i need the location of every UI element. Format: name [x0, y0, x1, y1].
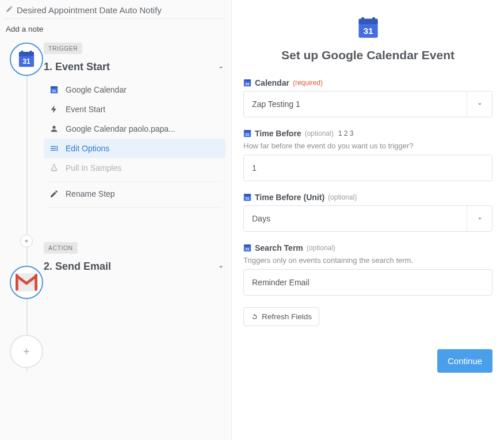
step2-node[interactable]: [10, 266, 43, 299]
time-unit-select[interactable]: Days: [243, 205, 492, 232]
field-time-before: Time Before (optional) 1 2 3 How far bef…: [243, 129, 492, 181]
add-note-link[interactable]: Add a note: [5, 19, 226, 43]
refresh-icon: [251, 313, 258, 320]
search-term-input[interactable]: [243, 269, 492, 296]
substep-choose-event[interactable]: Event Start: [44, 100, 226, 119]
user-icon: [49, 124, 59, 133]
substep-label: Pull In Samples: [66, 163, 121, 173]
extra-hint: 1 2 3: [338, 129, 354, 137]
google-calendar-icon: [243, 129, 251, 137]
refresh-fields-button[interactable]: Refresh Fields: [243, 307, 319, 326]
step1-title: 1. Event Start: [44, 61, 110, 73]
steps-area: TRIGGER 1. Event Start Google Calendar E…: [5, 43, 226, 280]
step1-block: TRIGGER 1. Event Start Google Calendar E…: [44, 43, 226, 208]
field-search-term: Search Term (optional) Triggers only on …: [243, 243, 492, 296]
chevron-up-icon: [216, 63, 226, 72]
step1-header[interactable]: 1. Event Start: [44, 59, 226, 80]
zap-title: Desired Appointment Date Auto Notify: [17, 5, 162, 15]
substep-edit-options[interactable]: Edit Options: [44, 139, 226, 158]
insert-step-button[interactable]: [20, 235, 33, 247]
chevron-down-icon: [467, 91, 492, 117]
field-label: Time Before (Unit): [255, 193, 324, 202]
form: Calendar (required) Zap Testing 1 Time B…: [241, 78, 495, 373]
substep-rename[interactable]: Rename Step: [44, 184, 226, 204]
google-calendar-icon: [357, 17, 379, 41]
optional-tag: (optional): [328, 193, 357, 201]
plus-icon: [22, 347, 31, 356]
left-pane: Desired Appointment Date Auto Notify Add…: [0, 0, 232, 440]
field-label: Search Term: [255, 243, 303, 252]
right-header: Set up Google Calendar Event: [241, 17, 495, 78]
substep-pull-samples[interactable]: Pull In Samples: [44, 158, 226, 178]
bolt-icon: [49, 105, 59, 114]
field-label: Calendar: [255, 78, 289, 87]
continue-button[interactable]: Continue: [437, 349, 492, 373]
google-calendar-icon: [243, 79, 251, 87]
right-pane: Set up Google Calendar Event Calendar (r…: [232, 0, 504, 440]
form-footer: Continue: [243, 349, 492, 373]
select-value: Zap Testing 1: [244, 91, 467, 117]
pencil-icon: [6, 5, 13, 15]
google-calendar-icon: [243, 244, 251, 252]
calendar-select[interactable]: Zap Testing 1: [243, 91, 492, 117]
required-tag: (required): [293, 79, 323, 87]
optional-tag: (optional): [307, 244, 335, 252]
step2-title: 2. Send Email: [44, 261, 111, 273]
action-badge: ACTION: [44, 242, 78, 254]
add-step-button[interactable]: [10, 335, 43, 368]
step1-node[interactable]: [10, 43, 43, 76]
divider: [48, 181, 221, 182]
select-value: Days: [244, 206, 467, 231]
chevron-down-icon: [467, 206, 492, 231]
flask-icon: [49, 163, 59, 173]
field-calendar: Calendar (required) Zap Testing 1: [243, 78, 492, 117]
chevron-down-icon: [216, 262, 226, 271]
pencil-icon: [49, 189, 59, 198]
optional-tag: (optional): [305, 129, 334, 137]
plus-icon: [24, 238, 29, 244]
divider: [48, 207, 221, 208]
form-title: Set up Google Calendar Event: [241, 48, 495, 62]
substep-label: Google Calendar: [66, 85, 127, 94]
google-calendar-icon: [18, 51, 35, 68]
field-time-unit: Time Before (Unit) (optional) Days: [243, 193, 492, 232]
help-text: Triggers only on events containing the s…: [243, 256, 492, 265]
google-calendar-icon: [243, 193, 251, 201]
time-before-input[interactable]: [243, 155, 492, 181]
step1-substeps: Google Calendar Event Start Google Calen…: [44, 80, 226, 208]
substep-label: Rename Step: [66, 189, 115, 198]
step2-block: ACTION 2. Send Email: [44, 242, 226, 280]
trigger-badge: TRIGGER: [44, 43, 82, 54]
help-text: How far before the event do you want us …: [243, 141, 492, 150]
step2-header[interactable]: 2. Send Email: [44, 258, 226, 280]
field-label: Time Before: [255, 129, 301, 138]
connector-line: [26, 61, 28, 372]
google-calendar-icon: [49, 85, 59, 94]
options-icon: [49, 144, 59, 153]
refresh-label: Refresh Fields: [262, 312, 312, 321]
zap-title-row[interactable]: Desired Appointment Date Auto Notify: [5, 3, 226, 19]
substep-label: Event Start: [66, 105, 105, 114]
substep-choose-app[interactable]: Google Calendar: [44, 80, 226, 100]
substep-label: Edit Options: [66, 144, 109, 153]
substep-label: Google Calendar paolo.papa...: [66, 124, 175, 133]
substep-choose-account[interactable]: Google Calendar paolo.papa...: [44, 119, 226, 139]
gmail-icon: [16, 273, 37, 292]
